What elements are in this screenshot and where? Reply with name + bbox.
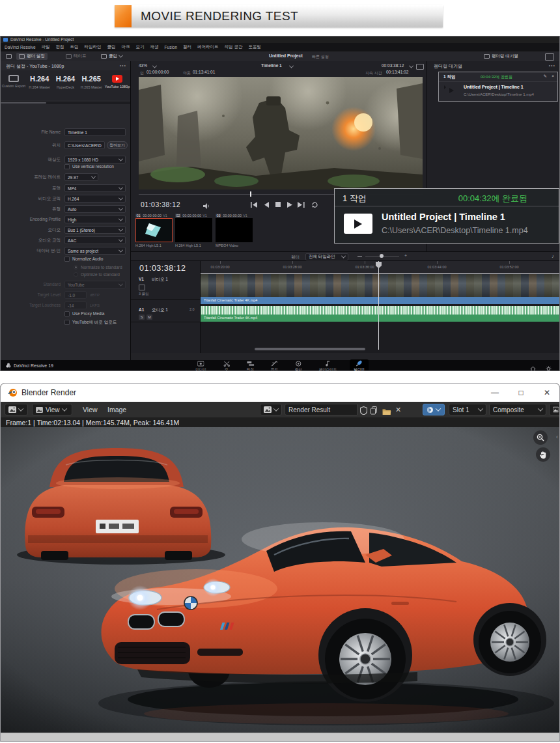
- monitor-icon[interactable]: [416, 64, 424, 70]
- preset-youtube-1080p[interactable]: YouTube 1080p: [105, 74, 130, 89]
- viewer-timecode[interactable]: 00:03:38:12: [382, 63, 404, 68]
- video-clip-name-bar[interactable]: Titanfall Cinematic Trailer 4K.mp4: [201, 297, 560, 304]
- speaker-icon[interactable]: [203, 201, 210, 212]
- target-loudness-input[interactable]: -14: [64, 301, 87, 309]
- video-preview[interactable]: [139, 77, 423, 189]
- type-select[interactable]: Auto: [64, 205, 126, 213]
- editor-type-select[interactable]: [5, 404, 28, 415]
- standard-select[interactable]: YouTube: [64, 281, 126, 288]
- page-tab-deliver[interactable]: 딜리버: [350, 359, 369, 371]
- audio-codec-select[interactable]: AAC: [64, 236, 126, 244]
- target-level-input[interactable]: -1.0: [64, 291, 87, 299]
- tape-button[interactable]: 테이프: [63, 53, 89, 60]
- remove-job-icon[interactable]: ×: [552, 74, 554, 78]
- image-datablock-icon-button[interactable]: [260, 404, 282, 415]
- menu-workspace[interactable]: 작업 공간: [225, 44, 243, 50]
- workspace-layout-icon[interactable]: [545, 53, 554, 61]
- encoding-profile-select[interactable]: High: [64, 216, 126, 223]
- menu-image[interactable]: Image: [107, 406, 126, 414]
- use-proxy-media-checkbox[interactable]: [64, 311, 70, 316]
- audio-select[interactable]: Bus 1 (Stereo): [64, 226, 126, 234]
- pass-select[interactable]: Composite: [489, 404, 546, 415]
- pin-image-icon-button[interactable]: [549, 404, 560, 415]
- collapse-panel-arrow-icon[interactable]: ‹: [556, 434, 558, 440]
- audio-meter-icon[interactable]: ♪: [552, 253, 554, 259]
- blender-titlebar[interactable]: Blender Render — □ ✕: [1, 384, 559, 402]
- stop-button[interactable]: [273, 201, 282, 208]
- zoom-out-icon[interactable]: [357, 256, 362, 257]
- scrub-handle[interactable]: [250, 191, 251, 197]
- settings-gear-icon[interactable]: [546, 363, 552, 371]
- edit-job-icon[interactable]: ✎: [544, 74, 547, 79]
- fake-user-shield-icon[interactable]: [360, 406, 367, 417]
- close-button[interactable]: ✕: [535, 384, 559, 402]
- pan-hand-icon[interactable]: [536, 447, 550, 462]
- clip-card-2[interactable]: 0200:00:00:00V1 H.264 High L5.1: [175, 212, 213, 247]
- zoom-in-icon[interactable]: +: [404, 253, 407, 258]
- menu-view[interactable]: 보기: [136, 44, 145, 50]
- render-queue-toggle[interactable]: 렌더링 대기열: [481, 53, 521, 60]
- timeline-hscrollbar[interactable]: [255, 348, 365, 350]
- maximize-button[interactable]: □: [509, 384, 533, 402]
- play-button[interactable]: [285, 201, 294, 208]
- panel-options-icon[interactable]: •••: [120, 63, 126, 68]
- home-icon[interactable]: [530, 363, 536, 371]
- menu-view[interactable]: View: [83, 406, 98, 414]
- clip-card-3[interactable]: 0300:00:00:00V1 MPEG4 Video: [216, 212, 253, 247]
- render-viewport[interactable]: ‹: [1, 427, 559, 733]
- render-settings-button[interactable]: 렌더 설정: [16, 53, 48, 60]
- clips-button[interactable]: 클립: [98, 53, 125, 60]
- page-tab-edit[interactable]: 편집: [243, 360, 258, 372]
- queue-options-icon[interactable]: •••: [549, 63, 555, 68]
- view-mode-select[interactable]: View: [32, 404, 72, 415]
- zoom-slider-handle[interactable]: [380, 254, 384, 258]
- preset-h264-master[interactable]: H.264 H.264 Master: [27, 74, 52, 89]
- youtube-upload-checkbox[interactable]: [64, 320, 70, 325]
- menu-playback[interactable]: 재생: [150, 44, 159, 50]
- last-frame-button[interactable]: [297, 201, 305, 208]
- format-select[interactable]: MP4: [64, 184, 126, 192]
- solo-button[interactable]: S: [139, 315, 145, 320]
- open-folder-icon[interactable]: [382, 406, 391, 418]
- page-tab-fairlight[interactable]: 페어라이트: [315, 360, 341, 372]
- browse-button[interactable]: 찾아보기: [107, 141, 128, 149]
- menu-timeline[interactable]: 타임라인: [85, 44, 102, 50]
- video-track-thumbnails[interactable]: [201, 274, 560, 297]
- audio-clip-name-bar[interactable]: Titanfall Cinematic Trailer 4K.mp4: [201, 315, 560, 322]
- menu-fairlight[interactable]: 페어라이트: [197, 44, 219, 50]
- view-layer-icon-button[interactable]: [423, 404, 445, 415]
- normalize-audio-checkbox[interactable]: [64, 257, 70, 262]
- new-image-icon[interactable]: [371, 406, 378, 417]
- clip-thumbnail[interactable]: [135, 218, 173, 242]
- mute-button[interactable]: M: [147, 315, 152, 320]
- viewer-timeline-select[interactable]: Timeline 1: [261, 63, 282, 68]
- clip-thumbnail[interactable]: [175, 218, 212, 242]
- minimize-button[interactable]: —: [483, 384, 507, 402]
- step-back-button[interactable]: [262, 201, 270, 208]
- slot-select[interactable]: Slot 1: [449, 404, 486, 415]
- loop-button[interactable]: [311, 201, 319, 208]
- audio-track-waveform[interactable]: [201, 306, 560, 315]
- unlink-x-icon[interactable]: ✕: [395, 406, 401, 414]
- location-input[interactable]: [64, 141, 105, 149]
- page-tab-color[interactable]: 컬러: [291, 360, 306, 372]
- normalize-standard-radio[interactable]: [74, 265, 78, 270]
- clip-thumbnail[interactable]: [216, 218, 253, 242]
- menu-color[interactable]: 컬러: [183, 44, 191, 50]
- optimize-standard-radio[interactable]: [74, 272, 78, 277]
- presets-scrollbar[interactable]: [1, 102, 130, 104]
- video-codec-select[interactable]: H.264: [64, 195, 126, 203]
- data-burnin-select[interactable]: Same as project: [64, 247, 126, 255]
- menu-mark[interactable]: 마크: [122, 44, 130, 50]
- first-frame-button[interactable]: [250, 201, 259, 208]
- frame-rate-select[interactable]: 29.97: [64, 173, 98, 181]
- preset-hyperdeck[interactable]: H.264 HyperDeck: [53, 74, 77, 89]
- resolution-select[interactable]: 1920 x 1080 HD: [64, 156, 126, 163]
- menu-app[interactable]: DaVinci Resolve: [5, 45, 36, 49]
- menu-clip[interactable]: 클립: [107, 44, 116, 50]
- page-tab-fusion[interactable]: 퓨전: [267, 360, 282, 372]
- vertical-resolution-checkbox[interactable]: [64, 164, 70, 169]
- menu-help[interactable]: 도움말: [248, 44, 261, 50]
- page-tab-media[interactable]: 미디어: [191, 360, 210, 372]
- preset-custom-export[interactable]: Custom Export: [1, 74, 26, 88]
